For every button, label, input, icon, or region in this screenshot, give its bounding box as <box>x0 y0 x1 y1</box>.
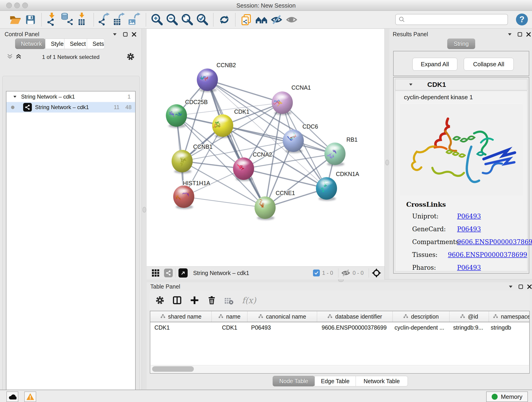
float-panel-icon[interactable] <box>517 32 523 37</box>
tissues-link[interactable]: 9606.ENSP00000378699 <box>448 251 527 258</box>
tab-node-table[interactable]: Node Table <box>273 376 315 386</box>
gear-icon[interactable] <box>155 296 165 305</box>
node-label[interactable]: CCNA1 <box>291 84 311 91</box>
collapse-panel-icon[interactable] <box>112 32 118 37</box>
help-button[interactable]: ? <box>516 13 528 26</box>
add-column-icon[interactable] <box>190 295 199 305</box>
cell-shared-name[interactable]: CDK1 <box>150 324 212 331</box>
open-in-window-button[interactable] <box>178 268 188 278</box>
expand-all-button[interactable]: Expand All <box>412 58 457 70</box>
horizontal-scrollbar[interactable] <box>151 365 529 373</box>
right-splitter[interactable] <box>385 29 390 279</box>
gene-header-row[interactable]: CDK1 <box>395 79 527 90</box>
left-splitter[interactable] <box>142 29 147 390</box>
column-header-name[interactable]: name <box>212 311 247 322</box>
warnings-button[interactable] <box>24 391 36 402</box>
node-label[interactable]: CDKN1A <box>336 171 359 177</box>
cell-name[interactable]: CDK1 <box>212 324 247 331</box>
node-label[interactable]: CCNA2 <box>253 151 272 158</box>
selected-indicator-checkbox[interactable] <box>313 269 320 276</box>
double-house-button[interactable] <box>254 12 269 27</box>
close-panel-icon[interactable] <box>526 284 532 290</box>
column-header--id[interactable]: @id <box>450 311 489 322</box>
tab-network-table[interactable]: Network Table <box>355 376 408 386</box>
import-network-button[interactable] <box>45 12 60 27</box>
cell--id[interactable]: stringdb:9... <box>450 324 489 331</box>
network-share-toggle[interactable] <box>164 269 173 277</box>
open-session-button[interactable] <box>8 12 23 27</box>
hide-selected-button[interactable] <box>269 12 284 27</box>
hidden-counts: 0 - 0 <box>353 270 364 276</box>
tab-style[interactable]: Style <box>45 38 64 49</box>
node-label[interactable]: CDC25B <box>185 99 208 105</box>
collapse-panel-icon[interactable] <box>507 32 513 37</box>
float-panel-icon[interactable] <box>122 32 128 37</box>
trash-icon[interactable] <box>207 296 216 305</box>
network-canvas[interactable]: CCNB2CCNA1CDC25BCDK1CDC6RB1CCNB1CCNA2CDK… <box>147 29 385 266</box>
compartments-link[interactable]: 9606.ENSP00000378699 <box>457 238 532 245</box>
search-field[interactable] <box>395 14 508 25</box>
column-header-database-identifier[interactable]: database identifier <box>317 311 393 322</box>
close-panel-icon[interactable] <box>131 32 137 37</box>
zoom-in-button[interactable] <box>149 12 165 27</box>
refresh-button[interactable] <box>217 12 232 27</box>
save-session-button[interactable] <box>23 12 38 27</box>
close-panel-icon[interactable] <box>526 32 532 37</box>
node-label[interactable]: CCNB2 <box>216 62 236 68</box>
delete-table-button[interactable] <box>224 296 234 305</box>
tab-network[interactable]: Network <box>15 38 45 49</box>
zoom-fit-button[interactable] <box>180 12 195 27</box>
tab-edge-table[interactable]: Edge Table <box>315 376 356 386</box>
column-header-description[interactable]: description <box>393 311 450 322</box>
cell-database-identifier[interactable]: 9606.ENSP00000378699 <box>317 324 393 331</box>
cell-canonical-name[interactable]: P06493 <box>247 324 317 331</box>
birdseye-crosshair-icon[interactable] <box>372 268 381 278</box>
network-collection-row[interactable]: String Network – cdk1 1 <box>6 91 135 102</box>
collapse-all-button[interactable]: Collapse All <box>464 58 514 70</box>
gear-icon[interactable] <box>127 52 135 61</box>
columns-icon[interactable] <box>172 295 182 305</box>
grid-view-icon[interactable] <box>151 269 160 277</box>
node-label[interactable]: CDC6 <box>302 123 318 130</box>
float-panel-icon[interactable] <box>518 284 524 290</box>
cloud-button[interactable] <box>6 391 18 402</box>
cell-namespace[interactable]: stringdb <box>489 324 530 331</box>
splitter-handle[interactable] <box>143 207 146 212</box>
node-label[interactable]: CCNE1 <box>276 190 295 196</box>
export-table-button[interactable] <box>112 12 127 27</box>
new-network-from-selection-button[interactable] <box>239 12 254 27</box>
table-icon <box>78 18 85 26</box>
column-header-namespace[interactable]: namespace <box>489 311 530 322</box>
column-header-shared-name[interactable]: shared name <box>150 311 212 322</box>
node-label[interactable]: CCNB1 <box>193 143 213 150</box>
import-network-from-database-button[interactable] <box>60 12 75 27</box>
show-all-button[interactable] <box>284 12 299 27</box>
splitter-handle[interactable] <box>385 160 389 165</box>
pages-share-icon <box>241 14 252 26</box>
node-label[interactable]: HIST1H1A <box>183 180 210 186</box>
function-builder-button[interactable]: f(x) <box>242 296 256 305</box>
zoom-out-button[interactable] <box>165 12 180 27</box>
node-label[interactable]: CDK1 <box>234 108 249 115</box>
tab-string[interactable]: String <box>447 38 475 49</box>
scrollbar-thumb[interactable] <box>152 366 194 372</box>
collapse-panel-icon[interactable] <box>508 284 514 290</box>
network-row-selected[interactable]: String Network – cdk1 11 48 <box>6 102 135 113</box>
export-network-button[interactable] <box>97 12 112 27</box>
search-input[interactable] <box>405 16 502 23</box>
memory-button[interactable]: Memory <box>486 391 528 402</box>
hidden-eye-icon[interactable] <box>341 268 350 278</box>
export-image-button[interactable] <box>127 12 143 27</box>
import-table-button[interactable] <box>75 12 90 27</box>
pharos-link[interactable]: P06493 <box>457 264 481 271</box>
zoom-selected-button[interactable] <box>195 12 210 27</box>
uniprot-link[interactable]: P06493 <box>457 213 481 220</box>
node-label[interactable]: RB1 <box>346 136 358 143</box>
column-header-canonical-name[interactable]: canonical name <box>247 311 317 322</box>
tab-select[interactable]: Select <box>64 38 87 49</box>
table-row[interactable]: CDK1CDK1P064939606.ENSP00000378699cyclin… <box>150 322 529 333</box>
network-graph[interactable]: CCNB2CCNA1CDC25BCDK1CDC6RB1CCNB1CCNA2CDK… <box>147 29 385 266</box>
tab-sets[interactable]: Sets <box>87 38 105 49</box>
genecard-link[interactable]: P06493 <box>457 225 481 233</box>
cell-description[interactable]: cyclin-dependent ... <box>393 324 450 331</box>
